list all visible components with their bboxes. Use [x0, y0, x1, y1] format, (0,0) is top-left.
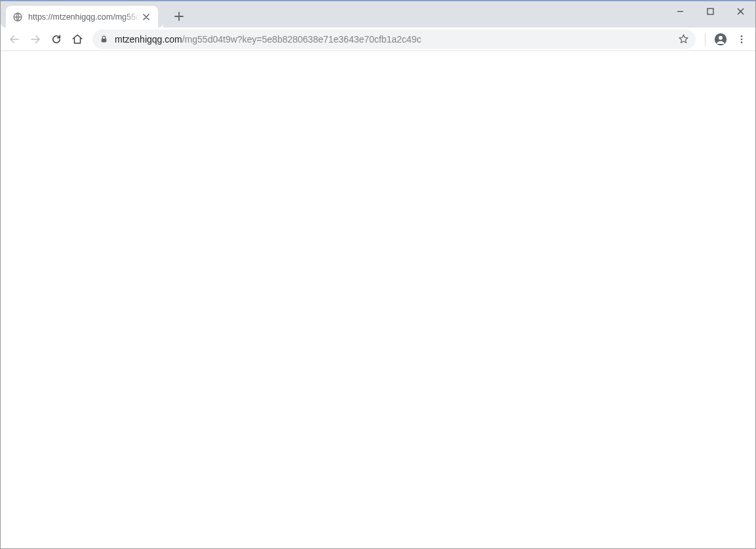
svg-rect-1: [707, 9, 713, 14]
home-button[interactable]: [68, 29, 87, 49]
url-text: mtzenhigqg.com/mg55d04t9w?key=5e8b828063…: [115, 34, 671, 45]
lock-icon[interactable]: [99, 35, 108, 43]
back-button[interactable]: [5, 29, 24, 49]
active-tab[interactable]: https://mtzenhigqg.com/mg55d0: [6, 6, 158, 28]
titlebar: https://mtzenhigqg.com/mg55d0: [1, 1, 755, 28]
tab-close-button[interactable]: [141, 12, 151, 22]
svg-point-5: [741, 35, 743, 37]
url-path: /mg55d04t9w?key=5e8b8280638e71e3643e70cf…: [182, 34, 422, 45]
forward-button[interactable]: [26, 29, 45, 49]
menu-button[interactable]: [732, 29, 751, 49]
url-host: mtzenhigqg.com: [115, 34, 182, 45]
svg-point-7: [741, 41, 743, 43]
window-maximize-button[interactable]: [695, 1, 725, 21]
window-close-button[interactable]: [725, 1, 755, 21]
globe-icon: [12, 12, 23, 22]
svg-point-6: [741, 38, 743, 40]
toolbar-separator: [705, 33, 706, 46]
new-tab-button[interactable]: [170, 7, 188, 26]
address-bar[interactable]: mtzenhigqg.com/mg55d04t9w?key=5e8b828063…: [92, 29, 696, 49]
window-controls: [665, 1, 755, 28]
window-minimize-button[interactable]: [665, 1, 695, 21]
tab-title: https://mtzenhigqg.com/mg55d0: [23, 12, 141, 22]
svg-point-4: [719, 35, 723, 39]
reload-button[interactable]: [47, 29, 66, 49]
svg-rect-2: [101, 39, 106, 42]
tabstrip: https://mtzenhigqg.com/mg55d0: [1, 1, 665, 28]
bookmark-button[interactable]: [677, 33, 689, 45]
profile-button[interactable]: [711, 29, 730, 49]
toolbar: mtzenhigqg.com/mg55d04t9w?key=5e8b828063…: [1, 28, 755, 51]
page-content: [1, 51, 755, 548]
